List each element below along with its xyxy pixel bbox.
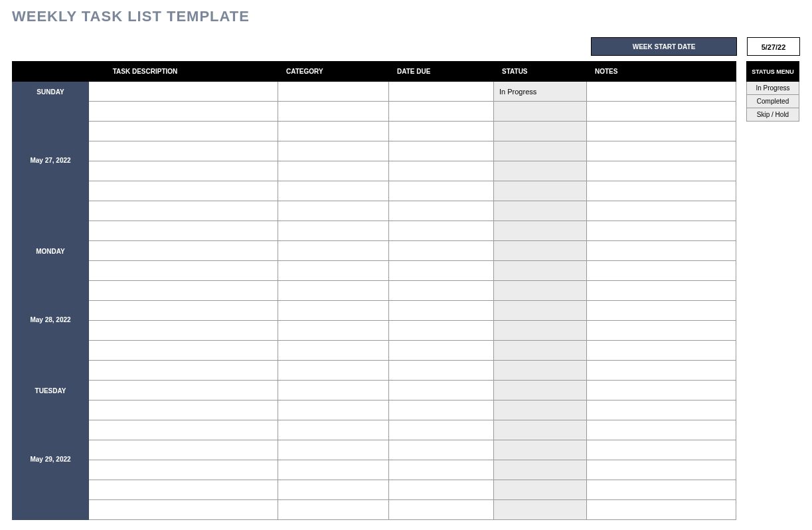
date-due-cell[interactable]	[389, 500, 494, 520]
task-desc-cell[interactable]	[89, 460, 278, 480]
notes-cell[interactable]	[587, 341, 736, 361]
notes-cell[interactable]	[587, 122, 736, 141]
task-desc-cell[interactable]	[89, 261, 278, 281]
task-desc-cell[interactable]	[89, 301, 278, 321]
task-desc-cell[interactable]	[89, 201, 278, 221]
task-desc-cell[interactable]	[89, 221, 278, 241]
week-start-date-value[interactable]: 5/27/22	[747, 37, 800, 56]
date-due-cell[interactable]	[389, 420, 494, 440]
notes-cell[interactable]	[587, 241, 736, 261]
date-due-cell[interactable]	[389, 161, 494, 181]
category-cell[interactable]	[278, 500, 389, 520]
status-cell[interactable]	[494, 301, 587, 321]
task-desc-cell[interactable]	[89, 241, 278, 261]
date-due-cell[interactable]	[389, 122, 494, 141]
notes-cell[interactable]	[587, 381, 736, 400]
category-cell[interactable]	[278, 400, 389, 420]
status-cell[interactable]	[494, 181, 587, 201]
status-menu-option[interactable]: In Progress	[747, 82, 799, 95]
category-cell[interactable]	[278, 301, 389, 321]
task-desc-cell[interactable]	[89, 341, 278, 361]
status-cell[interactable]	[494, 102, 587, 122]
status-cell[interactable]	[494, 500, 587, 520]
task-desc-cell[interactable]	[89, 500, 278, 520]
notes-cell[interactable]	[587, 361, 736, 381]
category-cell[interactable]	[278, 281, 389, 301]
category-cell[interactable]	[278, 241, 389, 261]
task-desc-cell[interactable]	[89, 281, 278, 301]
status-cell[interactable]	[494, 141, 587, 161]
notes-cell[interactable]	[587, 420, 736, 440]
category-cell[interactable]	[278, 341, 389, 361]
notes-cell[interactable]	[587, 82, 736, 102]
task-desc-cell[interactable]	[89, 141, 278, 161]
notes-cell[interactable]	[587, 201, 736, 221]
date-due-cell[interactable]	[389, 321, 494, 341]
category-cell[interactable]	[278, 420, 389, 440]
status-cell[interactable]	[494, 201, 587, 221]
category-cell[interactable]	[278, 361, 389, 381]
date-due-cell[interactable]	[389, 141, 494, 161]
date-due-cell[interactable]	[389, 281, 494, 301]
notes-cell[interactable]	[587, 161, 736, 181]
category-cell[interactable]	[278, 221, 389, 241]
task-desc-cell[interactable]	[89, 440, 278, 460]
date-due-cell[interactable]	[389, 400, 494, 420]
status-cell[interactable]	[494, 321, 587, 341]
date-due-cell[interactable]	[389, 480, 494, 500]
status-cell[interactable]	[494, 400, 587, 420]
category-cell[interactable]	[278, 102, 389, 122]
task-desc-cell[interactable]	[89, 480, 278, 500]
date-due-cell[interactable]	[389, 82, 494, 102]
date-due-cell[interactable]	[389, 301, 494, 321]
category-cell[interactable]	[278, 480, 389, 500]
task-desc-cell[interactable]	[89, 400, 278, 420]
status-cell[interactable]	[494, 261, 587, 281]
status-cell[interactable]	[494, 281, 587, 301]
notes-cell[interactable]	[587, 141, 736, 161]
status-cell[interactable]	[494, 420, 587, 440]
notes-cell[interactable]	[587, 102, 736, 122]
category-cell[interactable]	[278, 181, 389, 201]
category-cell[interactable]	[278, 261, 389, 281]
status-cell[interactable]	[494, 241, 587, 261]
notes-cell[interactable]	[587, 281, 736, 301]
category-cell[interactable]	[278, 381, 389, 400]
date-due-cell[interactable]	[389, 181, 494, 201]
status-cell[interactable]	[494, 440, 587, 460]
category-cell[interactable]	[278, 321, 389, 341]
category-cell[interactable]	[278, 440, 389, 460]
task-desc-cell[interactable]	[89, 321, 278, 341]
status-menu-option[interactable]: Skip / Hold	[747, 108, 799, 122]
notes-cell[interactable]	[587, 261, 736, 281]
date-due-cell[interactable]	[389, 341, 494, 361]
task-desc-cell[interactable]	[89, 102, 278, 122]
notes-cell[interactable]	[587, 321, 736, 341]
notes-cell[interactable]	[587, 460, 736, 480]
date-due-cell[interactable]	[389, 102, 494, 122]
status-cell[interactable]	[494, 341, 587, 361]
task-desc-cell[interactable]	[89, 181, 278, 201]
date-due-cell[interactable]	[389, 221, 494, 241]
category-cell[interactable]	[278, 201, 389, 221]
task-desc-cell[interactable]	[89, 161, 278, 181]
category-cell[interactable]	[278, 122, 389, 141]
status-menu-option[interactable]: Completed	[747, 95, 799, 108]
status-cell[interactable]	[494, 381, 587, 400]
notes-cell[interactable]	[587, 480, 736, 500]
status-cell[interactable]	[494, 161, 587, 181]
date-due-cell[interactable]	[389, 201, 494, 221]
status-cell[interactable]	[494, 480, 587, 500]
task-desc-cell[interactable]	[89, 381, 278, 400]
category-cell[interactable]	[278, 161, 389, 181]
notes-cell[interactable]	[587, 181, 736, 201]
date-due-cell[interactable]	[389, 361, 494, 381]
task-desc-cell[interactable]	[89, 122, 278, 141]
status-cell[interactable]	[494, 460, 587, 480]
notes-cell[interactable]	[587, 440, 736, 460]
status-cell[interactable]	[494, 122, 587, 141]
date-due-cell[interactable]	[389, 381, 494, 400]
notes-cell[interactable]	[587, 400, 736, 420]
category-cell[interactable]	[278, 460, 389, 480]
task-desc-cell[interactable]	[89, 420, 278, 440]
